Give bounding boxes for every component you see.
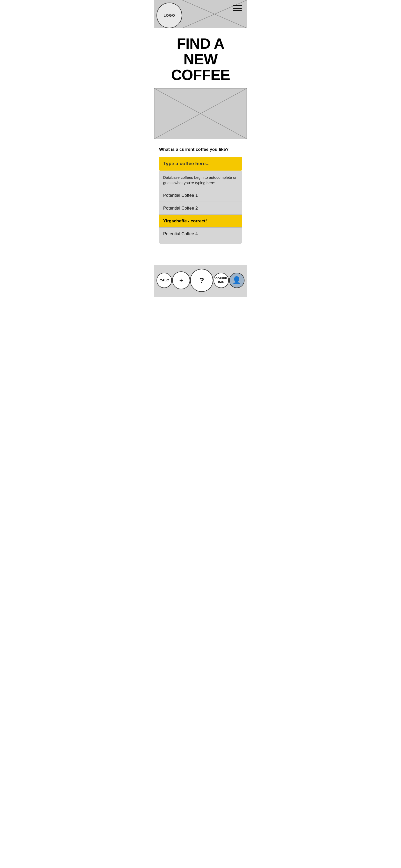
dropdown-hint: Database coffees begin to autocomplete o… xyxy=(159,175,242,189)
logo[interactable]: LOGO xyxy=(156,3,182,28)
help-button[interactable]: ? xyxy=(190,269,213,292)
dropdown-item-2[interactable]: Potential Coffee 2 xyxy=(159,202,242,215)
autocomplete-dropdown: Database coffees begin to autocomplete o… xyxy=(159,170,242,244)
dropdown-item-4[interactable]: Potential Coffee 4 xyxy=(159,227,242,240)
hero-title: FIND A NEW COFFEE xyxy=(154,28,247,88)
hamburger-button[interactable] xyxy=(233,5,242,11)
header: LOGO xyxy=(154,0,247,28)
dropdown-item-1[interactable]: Potential Coffee 1 xyxy=(159,189,242,202)
calc-button[interactable]: CALC xyxy=(156,273,172,288)
search-section: What is a current coffee you like? Type … xyxy=(154,139,247,254)
coffee-search-input[interactable]: Type a coffee here... xyxy=(159,157,242,170)
coffee-bag-button[interactable]: COFFEE BAG xyxy=(213,273,229,288)
add-button[interactable]: + xyxy=(172,271,190,289)
search-question: What is a current coffee you like? xyxy=(159,147,242,152)
banner-image xyxy=(154,88,247,139)
user-icon: 👤 xyxy=(232,276,241,284)
dropdown-item-3[interactable]: Yirgacheffe - correct! xyxy=(159,215,242,227)
user-profile-button[interactable]: 👤 xyxy=(229,273,245,288)
footer-navigation: CALC + ? COFFEE BAG 👤 xyxy=(154,265,247,297)
